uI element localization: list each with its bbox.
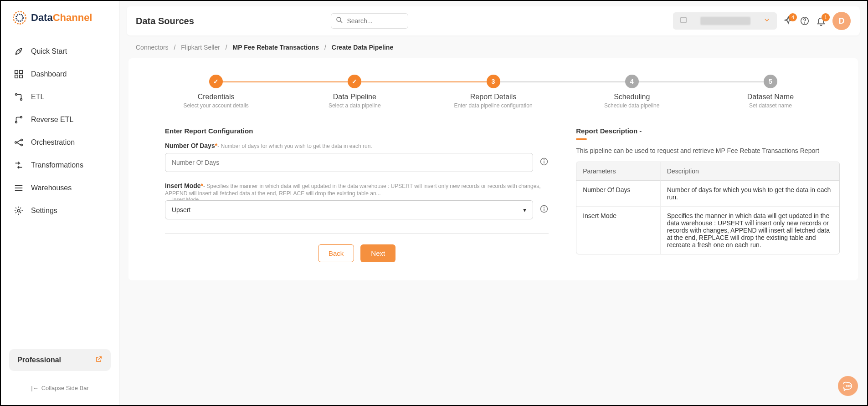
- logo-text: DataChannel: [31, 12, 92, 24]
- num-days-label: Number Of Days*- Number of days for whic…: [165, 142, 549, 149]
- svg-point-7: [21, 99, 22, 101]
- step-subtitle: Enter data pipeline configuration: [424, 102, 562, 109]
- dashboard-icon: [14, 69, 24, 79]
- sparkle-button[interactable]: 4: [783, 16, 793, 26]
- sidebar-item-warehouses[interactable]: Warehouses: [6, 177, 113, 199]
- description-title: Report Description -: [576, 127, 840, 140]
- svg-point-1: [16, 14, 23, 21]
- table-header: Parameters: [576, 162, 661, 181]
- svg-rect-19: [681, 17, 686, 23]
- step-credentials[interactable]: ✓ Credentials Select your account detail…: [147, 75, 285, 109]
- step-dataset-name[interactable]: 5 Dataset Name Set dataset name: [701, 75, 840, 109]
- help-button[interactable]: [800, 16, 810, 26]
- sidebar-item-etl[interactable]: ETL: [6, 86, 113, 108]
- table-cell: Specifies the manner in which data will …: [661, 207, 839, 254]
- insert-mode-label: Insert Mode*- Specifies the manner in wh…: [165, 182, 549, 197]
- next-button[interactable]: Next: [360, 244, 395, 262]
- svg-point-9: [15, 122, 17, 123]
- step-data-pipeline[interactable]: ✓ Data Pipeline Select a data pipeline: [285, 75, 424, 109]
- step-number: 5: [764, 75, 777, 88]
- avatar[interactable]: D: [832, 12, 851, 30]
- chat-fab[interactable]: [838, 376, 858, 396]
- search-wrap: [331, 13, 408, 29]
- gear-icon: [14, 206, 24, 216]
- plan-label: Professional: [17, 356, 61, 364]
- step-title: Scheduling: [563, 93, 701, 101]
- logo-icon: [12, 10, 27, 25]
- svg-point-12: [21, 144, 23, 146]
- info-icon[interactable]: [539, 204, 549, 215]
- step-scheduling[interactable]: 4 Scheduling Schedule data pipeline: [563, 75, 701, 109]
- svg-point-27: [544, 207, 544, 208]
- step-subtitle: Schedule data pipeline: [563, 102, 701, 109]
- sidebar: DataChannel Quick Start Dashboard ETL Re…: [1, 1, 119, 405]
- page-title: Data Sources: [136, 16, 194, 26]
- svg-point-0: [13, 11, 26, 24]
- breadcrumb-item[interactable]: Flipkart Seller: [181, 44, 220, 51]
- num-days-input[interactable]: [165, 153, 533, 172]
- svg-point-8: [21, 117, 22, 118]
- breadcrumb-current: Create Data Pipeline: [332, 44, 393, 51]
- form-section-title: Enter Report Configuration: [165, 127, 549, 135]
- sidebar-item-label: Settings: [31, 207, 57, 215]
- search-icon: [335, 16, 344, 26]
- description-text: This pipeline can be used to request and…: [576, 147, 840, 154]
- step-title: Credentials: [147, 93, 285, 101]
- breadcrumb-item[interactable]: MP Fee Rebate Transactions: [233, 44, 319, 51]
- svg-point-6: [15, 94, 17, 96]
- sidebar-item-label: Reverse ETL: [31, 116, 73, 124]
- collapse-label: Collapse Side Bar: [41, 385, 89, 391]
- plan-badge[interactable]: Professional: [9, 349, 111, 371]
- parameters-table: Parameters Description Number Of Days Nu…: [576, 162, 840, 254]
- sidebar-item-transformations[interactable]: Transformations: [6, 154, 113, 177]
- step-title: Report Details: [424, 93, 562, 101]
- svg-point-11: [21, 139, 23, 141]
- collapse-sidebar-button[interactable]: |← Collapse Side Bar: [9, 380, 111, 396]
- sidebar-item-label: Dashboard: [31, 70, 67, 78]
- table-cell: Number of days for which you wish to get…: [661, 181, 839, 207]
- notifications-button[interactable]: 1: [816, 16, 826, 26]
- chevron-down-icon: [763, 16, 770, 25]
- table-cell: Number Of Days: [576, 181, 661, 207]
- sparkle-badge: 4: [789, 13, 797, 21]
- step-check-icon: ✓: [348, 75, 361, 88]
- svg-point-10: [15, 142, 17, 143]
- sidebar-item-dashboard[interactable]: Dashboard: [6, 63, 113, 86]
- bell-badge: 1: [822, 13, 830, 21]
- form-panel: Enter Report Configuration Number Of Day…: [147, 127, 549, 262]
- back-button[interactable]: Back: [318, 244, 354, 262]
- step-subtitle: Set dataset name: [701, 102, 840, 109]
- svg-rect-4: [15, 75, 18, 78]
- collapse-icon: |←: [31, 385, 38, 391]
- workspace-select[interactable]: [673, 12, 777, 30]
- breadcrumb: Connectors / Flipkart Seller / MP Fee Re…: [119, 36, 867, 54]
- main: Data Sources 4: [119, 1, 867, 405]
- reverse-etl-icon: [14, 115, 24, 125]
- table-row: Insert Mode Specifies the manner in whic…: [576, 207, 839, 254]
- sidebar-item-quick-start[interactable]: Quick Start: [6, 40, 113, 63]
- sidebar-item-reverse-etl[interactable]: Reverse ETL: [6, 108, 113, 131]
- svg-point-28: [846, 386, 847, 386]
- sidebar-item-orchestration[interactable]: Orchestration: [6, 131, 113, 154]
- breadcrumb-item[interactable]: Connectors: [136, 44, 169, 51]
- sidebar-item-settings[interactable]: Settings: [6, 199, 113, 222]
- step-report-details[interactable]: 3 Report Details Enter data pipeline con…: [424, 75, 562, 109]
- step-subtitle: Select your account details: [147, 102, 285, 109]
- rocket-icon: [14, 46, 24, 56]
- etl-icon: [14, 92, 24, 102]
- sidebar-item-label: ETL: [31, 93, 44, 101]
- info-icon[interactable]: [539, 157, 549, 168]
- sidebar-item-label: Warehouses: [31, 184, 72, 192]
- table-row: Number Of Days Number of days for which …: [576, 181, 839, 207]
- svg-rect-2: [15, 71, 18, 73]
- chevron-down-icon: ▾: [523, 206, 526, 213]
- svg-point-24: [544, 160, 544, 160]
- sidebar-item-label: Transformations: [31, 161, 83, 169]
- table-cell: Insert Mode: [576, 207, 661, 254]
- insert-mode-value: Upsert: [172, 206, 190, 213]
- insert-mode-select[interactable]: Upsert ▾: [165, 200, 533, 219]
- transformations-icon: [14, 160, 24, 170]
- step-title: Dataset Name: [701, 93, 840, 101]
- step-number: 3: [487, 75, 500, 88]
- stepper: ✓ Credentials Select your account detail…: [147, 75, 840, 109]
